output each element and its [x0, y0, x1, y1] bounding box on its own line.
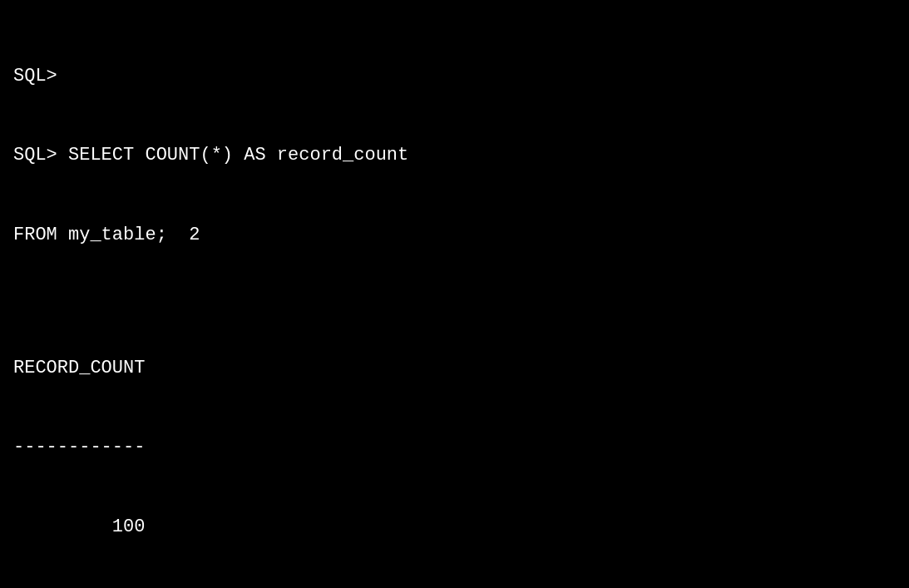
terminal-line-7: 100: [13, 514, 896, 541]
terminal-line-6: ------------: [13, 434, 896, 461]
terminal-line-3: FROM my_table; 2: [13, 222, 896, 249]
terminal-line-5: RECORD_COUNT: [13, 355, 896, 382]
terminal-line-2: SQL> SELECT COUNT(*) AS record_count: [13, 142, 896, 169]
terminal-window[interactable]: SQL> SQL> SELECT COUNT(*) AS record_coun…: [13, 10, 896, 578]
terminal-line-1: SQL>: [13, 63, 896, 90]
